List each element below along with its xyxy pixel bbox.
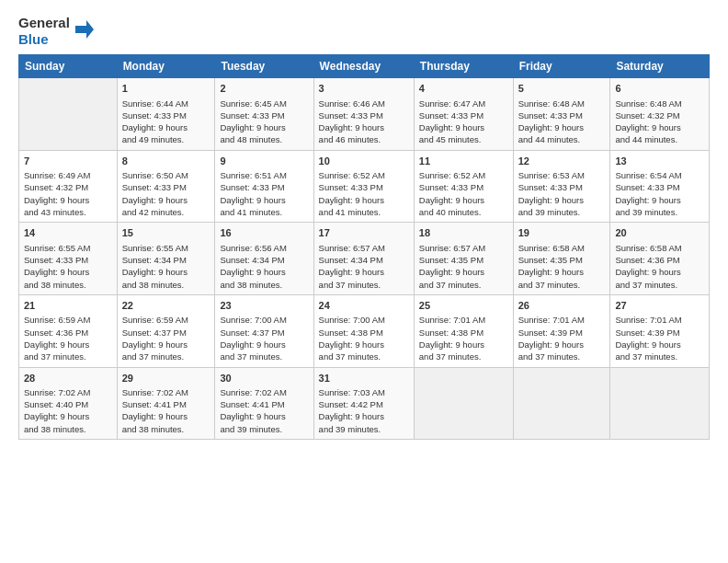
day-number: 17 xyxy=(319,226,409,240)
day-info: Sunrise: 6:59 AM Sunset: 4:37 PM Dayligh… xyxy=(122,314,210,362)
day-number: 26 xyxy=(518,299,606,313)
day-info: Sunrise: 7:00 AM Sunset: 4:38 PM Dayligh… xyxy=(319,314,409,362)
day-number: 1 xyxy=(122,82,210,96)
day-number: 20 xyxy=(615,226,704,240)
calendar-week-row: 14Sunrise: 6:55 AM Sunset: 4:33 PM Dayli… xyxy=(19,223,710,295)
day-number: 11 xyxy=(419,155,508,168)
day-number: 18 xyxy=(419,226,508,240)
calendar-cell: 29Sunrise: 7:02 AM Sunset: 4:41 PM Dayli… xyxy=(117,367,215,440)
day-number: 15 xyxy=(122,226,210,240)
svg-marker-0 xyxy=(75,20,94,39)
day-info: Sunrise: 6:47 AM Sunset: 4:33 PM Dayligh… xyxy=(419,98,508,146)
day-info: Sunrise: 6:45 AM Sunset: 4:33 PM Dayligh… xyxy=(220,98,308,146)
day-number: 5 xyxy=(518,82,606,96)
day-info: Sunrise: 6:57 AM Sunset: 4:34 PM Dayligh… xyxy=(319,242,409,291)
day-number: 31 xyxy=(319,372,409,385)
calendar-cell: 2Sunrise: 6:45 AM Sunset: 4:33 PM Daylig… xyxy=(215,78,313,151)
calendar-cell: 17Sunrise: 6:57 AM Sunset: 4:34 PM Dayli… xyxy=(313,223,414,295)
day-info: Sunrise: 7:02 AM Sunset: 4:41 PM Dayligh… xyxy=(220,386,308,435)
day-number: 13 xyxy=(615,155,704,168)
day-info: Sunrise: 6:58 AM Sunset: 4:36 PM Dayligh… xyxy=(615,242,704,291)
calendar-cell: 5Sunrise: 6:48 AM Sunset: 4:33 PM Daylig… xyxy=(513,78,610,151)
calendar-cell: 12Sunrise: 6:53 AM Sunset: 4:33 PM Dayli… xyxy=(513,150,610,223)
day-number: 29 xyxy=(122,372,210,385)
day-info: Sunrise: 6:55 AM Sunset: 4:34 PM Dayligh… xyxy=(122,242,210,291)
calendar-cell: 30Sunrise: 7:02 AM Sunset: 4:41 PM Dayli… xyxy=(215,367,313,440)
day-info: Sunrise: 6:51 AM Sunset: 4:33 PM Dayligh… xyxy=(220,169,308,218)
calendar-cell: 15Sunrise: 6:55 AM Sunset: 4:34 PM Dayli… xyxy=(117,223,215,295)
day-number: 10 xyxy=(319,155,409,168)
day-number: 4 xyxy=(419,82,508,96)
day-number: 9 xyxy=(220,155,308,168)
day-number: 12 xyxy=(518,155,606,168)
calendar-week-row: 28Sunrise: 7:02 AM Sunset: 4:40 PM Dayli… xyxy=(19,367,710,440)
day-info: Sunrise: 7:02 AM Sunset: 4:41 PM Dayligh… xyxy=(122,386,210,435)
day-info: Sunrise: 6:55 AM Sunset: 4:33 PM Dayligh… xyxy=(24,242,112,291)
calendar-table: SundayMondayTuesdayWednesdayThursdayFrid… xyxy=(18,54,710,440)
day-info: Sunrise: 6:58 AM Sunset: 4:35 PM Dayligh… xyxy=(518,242,606,291)
day-info: Sunrise: 7:01 AM Sunset: 4:38 PM Dayligh… xyxy=(419,314,508,362)
weekday-header-monday: Monday xyxy=(117,55,215,78)
calendar-cell xyxy=(414,367,513,440)
day-number: 30 xyxy=(220,372,308,385)
day-info: Sunrise: 6:48 AM Sunset: 4:32 PM Dayligh… xyxy=(615,98,704,146)
day-number: 2 xyxy=(220,82,308,96)
page-container: General Blue SundayMondayTuesdayWednesda… xyxy=(0,0,728,449)
day-number: 24 xyxy=(319,299,409,313)
day-number: 6 xyxy=(615,82,704,96)
day-info: Sunrise: 7:01 AM Sunset: 4:39 PM Dayligh… xyxy=(615,314,704,362)
day-info: Sunrise: 7:02 AM Sunset: 4:40 PM Dayligh… xyxy=(24,386,112,435)
calendar-cell xyxy=(19,78,118,151)
day-number: 25 xyxy=(419,299,508,313)
weekday-header-row: SundayMondayTuesdayWednesdayThursdayFrid… xyxy=(19,55,710,78)
calendar-cell: 26Sunrise: 7:01 AM Sunset: 4:39 PM Dayli… xyxy=(513,294,610,367)
calendar-cell: 10Sunrise: 6:52 AM Sunset: 4:33 PM Dayli… xyxy=(313,150,414,223)
calendar-week-row: 7Sunrise: 6:49 AM Sunset: 4:32 PM Daylig… xyxy=(19,150,710,223)
calendar-cell: 16Sunrise: 6:56 AM Sunset: 4:34 PM Dayli… xyxy=(215,223,313,295)
calendar-cell: 19Sunrise: 6:58 AM Sunset: 4:35 PM Dayli… xyxy=(513,223,610,295)
weekday-header-saturday: Saturday xyxy=(610,55,710,78)
day-number: 8 xyxy=(122,155,210,168)
day-info: Sunrise: 6:56 AM Sunset: 4:34 PM Dayligh… xyxy=(220,242,308,291)
calendar-cell: 1Sunrise: 6:44 AM Sunset: 4:33 PM Daylig… xyxy=(117,78,215,151)
day-info: Sunrise: 7:00 AM Sunset: 4:37 PM Dayligh… xyxy=(220,314,308,362)
weekday-header-thursday: Thursday xyxy=(414,55,513,78)
day-info: Sunrise: 6:48 AM Sunset: 4:33 PM Dayligh… xyxy=(518,98,606,146)
calendar-cell: 8Sunrise: 6:50 AM Sunset: 4:33 PM Daylig… xyxy=(117,150,215,223)
header: General Blue xyxy=(18,15,710,47)
calendar-cell: 13Sunrise: 6:54 AM Sunset: 4:33 PM Dayli… xyxy=(610,150,710,223)
calendar-cell: 24Sunrise: 7:00 AM Sunset: 4:38 PM Dayli… xyxy=(313,294,414,367)
day-info: Sunrise: 6:50 AM Sunset: 4:33 PM Dayligh… xyxy=(122,169,210,218)
calendar-cell: 23Sunrise: 7:00 AM Sunset: 4:37 PM Dayli… xyxy=(215,294,313,367)
calendar-cell xyxy=(610,367,710,440)
calendar-cell: 31Sunrise: 7:03 AM Sunset: 4:42 PM Dayli… xyxy=(313,367,414,440)
weekday-header-sunday: Sunday xyxy=(19,55,118,78)
calendar-cell: 21Sunrise: 6:59 AM Sunset: 4:36 PM Dayli… xyxy=(19,294,118,367)
day-info: Sunrise: 6:46 AM Sunset: 4:33 PM Dayligh… xyxy=(319,98,409,146)
calendar-cell: 18Sunrise: 6:57 AM Sunset: 4:35 PM Dayli… xyxy=(414,223,513,295)
day-info: Sunrise: 7:03 AM Sunset: 4:42 PM Dayligh… xyxy=(319,386,409,435)
logo: General Blue xyxy=(18,15,94,47)
day-info: Sunrise: 6:57 AM Sunset: 4:35 PM Dayligh… xyxy=(419,242,508,291)
day-info: Sunrise: 6:53 AM Sunset: 4:33 PM Dayligh… xyxy=(518,169,606,218)
weekday-header-tuesday: Tuesday xyxy=(215,55,313,78)
calendar-cell: 9Sunrise: 6:51 AM Sunset: 4:33 PM Daylig… xyxy=(215,150,313,223)
calendar-cell: 11Sunrise: 6:52 AM Sunset: 4:33 PM Dayli… xyxy=(414,150,513,223)
day-number: 7 xyxy=(24,155,112,168)
day-number: 16 xyxy=(220,226,308,240)
calendar-week-row: 21Sunrise: 6:59 AM Sunset: 4:36 PM Dayli… xyxy=(19,294,710,367)
weekday-header-friday: Friday xyxy=(513,55,610,78)
calendar-cell: 14Sunrise: 6:55 AM Sunset: 4:33 PM Dayli… xyxy=(19,223,118,295)
weekday-header-wednesday: Wednesday xyxy=(313,55,414,78)
calendar-cell xyxy=(513,367,610,440)
day-info: Sunrise: 6:59 AM Sunset: 4:36 PM Dayligh… xyxy=(24,314,112,362)
calendar-week-row: 1Sunrise: 6:44 AM Sunset: 4:33 PM Daylig… xyxy=(19,78,710,151)
calendar-cell: 20Sunrise: 6:58 AM Sunset: 4:36 PM Dayli… xyxy=(610,223,710,295)
day-info: Sunrise: 6:52 AM Sunset: 4:33 PM Dayligh… xyxy=(319,169,409,218)
calendar-cell: 22Sunrise: 6:59 AM Sunset: 4:37 PM Dayli… xyxy=(117,294,215,367)
day-number: 3 xyxy=(319,82,409,96)
day-number: 22 xyxy=(122,299,210,313)
calendar-cell: 3Sunrise: 6:46 AM Sunset: 4:33 PM Daylig… xyxy=(313,78,414,151)
calendar-cell: 7Sunrise: 6:49 AM Sunset: 4:32 PM Daylig… xyxy=(19,150,118,223)
day-number: 27 xyxy=(615,299,704,313)
